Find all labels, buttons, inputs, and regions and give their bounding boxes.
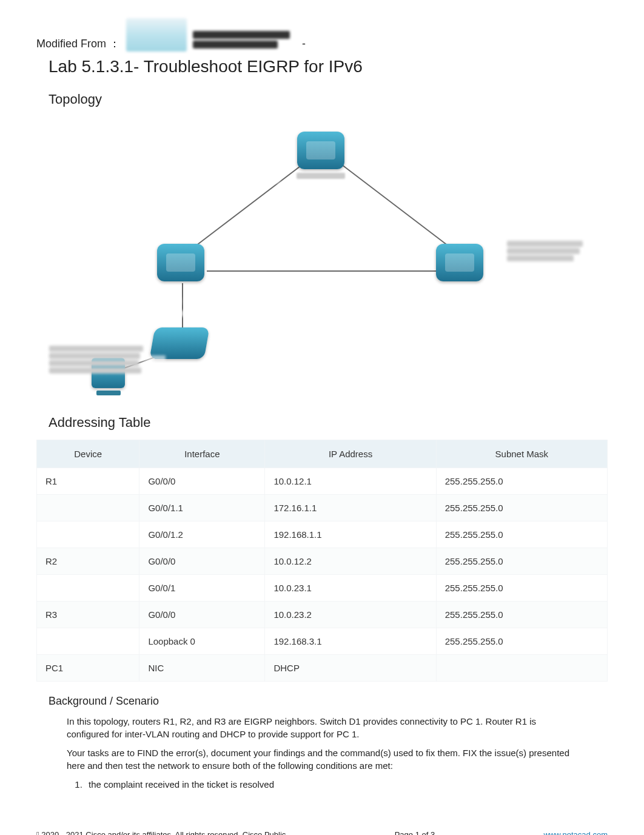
section-background: Background / Scenario [49, 694, 608, 709]
table-cell: 192.168.1.1 [265, 521, 436, 548]
device-r2 [297, 132, 345, 179]
table-cell: 10.0.12.2 [265, 548, 436, 574]
table-cell: DHCP [265, 654, 436, 681]
table-cell [37, 574, 139, 601]
background-p1: In this topology, routers R1, R2, and R3… [67, 715, 570, 740]
col-interface: Interface [139, 440, 265, 468]
section-topology: Topology [49, 90, 608, 109]
device-r1 [157, 244, 204, 281]
table-cell: 192.168.3.1 [265, 628, 436, 654]
router-icon [436, 244, 483, 281]
router-icon [157, 244, 204, 281]
table-cell: 255.255.255.0 [436, 468, 607, 494]
table-cell: 10.0.23.2 [265, 601, 436, 628]
addressing-table: Device Interface IP Address Subnet Mask … [36, 440, 608, 682]
table-cell [436, 654, 607, 681]
svg-line-0 [183, 159, 310, 256]
r3-info [507, 241, 583, 261]
table-cell: Loopback 0 [139, 628, 265, 654]
pc1-info [49, 346, 143, 374]
table-cell: G0/0/0 [139, 548, 265, 574]
device-d1 [152, 327, 207, 359]
table-row: G0/0/1.2192.168.1.1255.255.255.0 [37, 521, 608, 548]
table-cell [37, 628, 139, 654]
background-p2: Your tasks are to FIND the error(s), doc… [67, 746, 570, 772]
col-ip: IP Address [265, 440, 436, 468]
cisco-logo [126, 18, 187, 52]
table-cell: 255.255.255.0 [436, 548, 607, 574]
svg-line-1 [334, 159, 461, 256]
table-cell: 10.0.23.1 [265, 574, 436, 601]
modified-prefix: Modified From ： [36, 36, 120, 52]
table-cell: 172.16.1.1 [265, 494, 436, 521]
table-cell: R1 [37, 468, 139, 494]
section-addressing: Addressing Table [49, 414, 608, 432]
table-cell: G0/0/1 [139, 574, 265, 601]
table-row: G0/0/110.0.23.1255.255.255.0 [37, 574, 608, 601]
header-row: Modified From ： - [36, 18, 608, 52]
table-row: R2G0/0/010.0.12.2255.255.255.0 [37, 548, 608, 574]
footer-url: www.netacad.com [543, 830, 608, 835]
table-cell: 10.0.12.1 [265, 468, 436, 494]
table-row: R1G0/0/010.0.12.1255.255.255.0 [37, 468, 608, 494]
page-footer:  2020 - 2021 Cisco and/or its affiliate… [36, 827, 608, 835]
table-cell: 255.255.255.0 [436, 494, 607, 521]
requirement-item: the complaint received in the ticket is … [85, 778, 608, 791]
device-r3 [436, 244, 483, 281]
table-cell: G0/0/1.2 [139, 521, 265, 548]
footer-page: Page 1 of 3 [395, 830, 435, 835]
table-cell: 255.255.255.0 [436, 521, 607, 548]
table-cell [37, 494, 139, 521]
col-device: Device [37, 440, 139, 468]
table-row: R3G0/0/010.0.23.2255.255.255.0 [37, 601, 608, 628]
router-icon [297, 132, 344, 169]
topology-diagram [49, 116, 595, 401]
page-title: Lab 5.1.3.1- Troubleshoot EIGRP for IPv6 [49, 55, 608, 78]
table-cell: 255.255.255.0 [436, 574, 607, 601]
table-cell: 255.255.255.0 [436, 601, 607, 628]
table-cell: R3 [37, 601, 139, 628]
col-mask: Subnet Mask [436, 440, 607, 468]
table-cell: G0/0/1.1 [139, 494, 265, 521]
table-row: Loopback 0192.168.3.1255.255.255.0 [37, 628, 608, 654]
table-row: G0/0/1.1172.16.1.1255.255.255.0 [37, 494, 608, 521]
table-cell: G0/0/0 [139, 601, 265, 628]
modified-suffix: - [302, 36, 306, 52]
table-cell: PC1 [37, 654, 139, 681]
table-cell: NIC [139, 654, 265, 681]
footer-copyright:  2020 - 2021 Cisco and/or its affiliate… [36, 830, 286, 835]
table-cell: 255.255.255.0 [436, 628, 607, 654]
requirements-list: the complaint received in the ticket is … [85, 778, 608, 791]
table-row: PC1NICDHCP [37, 654, 608, 681]
table-cell: R2 [37, 548, 139, 574]
table-header-row: Device Interface IP Address Subnet Mask [37, 440, 608, 468]
table-cell: G0/0/0 [139, 468, 265, 494]
switch-icon [149, 327, 209, 359]
netacad-logo [193, 27, 296, 52]
table-cell [37, 521, 139, 548]
